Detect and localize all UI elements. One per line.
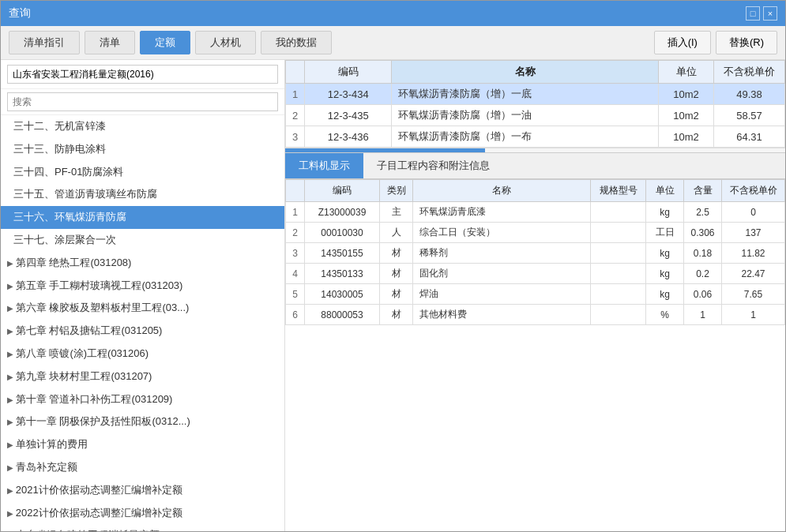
tab-qingdan-zhiyin[interactable]: 清单指引: [9, 31, 80, 54]
tree-item-ch6[interactable]: 第六章 橡胶板及塑料板村里工程(03...): [1, 297, 284, 320]
table-row[interactable]: 1 Z13000039 主 环氧煤沥青底漆 kg 2.5 0: [286, 202, 785, 223]
tree-area: 三十二、无机富锌漆 三十三、防静电涂料 三十四、PF-01防腐涂料 三十五、管道…: [1, 115, 284, 531]
tree-item-2021[interactable]: 2021计价依据动态调整汇编增补定额: [1, 479, 284, 502]
tree-item-36[interactable]: 三十六、环氧煤沥青防腐: [1, 206, 284, 229]
tree-item-ch10[interactable]: 第十章 管道补口补伤工程(031209): [1, 388, 284, 411]
col-num-header-b: [286, 180, 305, 202]
cell-price: 64.31: [714, 126, 785, 148]
col-price-header: 不含税单价: [714, 61, 785, 84]
tab-rencaiji[interactable]: 人材机: [195, 31, 256, 54]
col-name-header-b: 名称: [413, 180, 591, 202]
cell-name: 环氧煤沥青漆防腐（增）一油: [392, 105, 659, 126]
table-row[interactable]: 3 12-3-436 环氧煤沥青漆防腐（增）一布 10m2 64.31: [286, 126, 785, 148]
col-price-header-b: 不含税单价: [722, 180, 785, 202]
top-table-wrap: 编码 名称 单位 不含税单价 1 12-3-434 环氧煤沥青漆防腐（增）一底 …: [285, 60, 785, 148]
tree-item-34[interactable]: 三十四、PF-01防腐涂料: [1, 161, 284, 184]
tree-item-ch4[interactable]: 第四章 绝热工程(031208): [1, 252, 284, 275]
table-row[interactable]: 6 88000053 材 其他材料费 % 1 1: [286, 305, 785, 325]
tree-item-green[interactable]: 山东省绿色建筑工程消耗量定额: [1, 524, 284, 531]
cell-unit: 10m2: [659, 84, 714, 105]
bottom-table-wrap: 编码 类别 名称 规格型号 单位 含量 不含税单价 1 Z13000039: [285, 179, 785, 531]
cell-num: 3: [286, 126, 305, 148]
table-row[interactable]: 5 14030005 材 焊油 kg 0.06 7.65: [286, 284, 785, 305]
cell-price: 58.57: [714, 105, 785, 126]
col-type-header-b: 类别: [380, 180, 413, 202]
tree-item-ch7[interactable]: 第七章 村铝及搪钻工程(031205): [1, 320, 284, 343]
tab-dinge[interactable]: 定额: [140, 31, 190, 54]
main-content: 山东省安装工程消耗量定额(2016) 三十二、无机富锌漆 三十三、防静电涂料 三…: [1, 60, 785, 531]
cell-num: 1: [286, 84, 305, 105]
table-row[interactable]: 3 14350155 材 稀释剂 kg 0.18 11.82: [286, 243, 785, 264]
tab-zumu-info[interactable]: 子目工程内容和附注信息: [363, 153, 503, 178]
col-code-header: 编码: [305, 61, 392, 84]
tree-item-35[interactable]: 三十五、管道沥青玻璃丝布防腐: [1, 183, 284, 206]
tab-gongliaoji[interactable]: 工料机显示: [285, 153, 363, 178]
replace-button[interactable]: 替换(R): [716, 31, 777, 54]
bottom-tabs: 工料机显示 子目工程内容和附注信息: [285, 153, 785, 179]
search-row: [1, 89, 284, 115]
title-controls: □ ×: [746, 6, 777, 21]
col-code-header-b: 编码: [305, 180, 380, 202]
cell-unit: 10m2: [659, 105, 714, 126]
cell-code: 12-3-436: [305, 126, 392, 148]
close-button[interactable]: ×: [763, 6, 777, 21]
cell-code: 12-3-435: [305, 105, 392, 126]
tree-item-37[interactable]: 三十七、涂层聚合一次: [1, 229, 284, 252]
window-title: 查询: [9, 6, 31, 21]
col-spec-header-b: 规格型号: [591, 180, 646, 202]
tree-item-33[interactable]: 三十三、防静电涂料: [1, 138, 284, 161]
insert-button[interactable]: 插入(I): [654, 31, 711, 54]
cell-price: 49.38: [714, 84, 785, 105]
col-num-header: [286, 61, 305, 84]
col-unit-header-b: 单位: [646, 180, 684, 202]
tab-qingdan[interactable]: 清单: [85, 31, 135, 54]
left-panel: 山东省安装工程消耗量定额(2016) 三十二、无机富锌漆 三十三、防静电涂料 三…: [1, 60, 285, 531]
tree-item-standalone[interactable]: 单独计算的费用: [1, 433, 284, 456]
table-row[interactable]: 2 12-3-435 环氧煤沥青漆防腐（增）一油 10m2 58.57: [286, 105, 785, 126]
quota-dropdown[interactable]: 山东省安装工程消耗量定额(2016): [7, 65, 278, 84]
table-row[interactable]: 1 12-3-434 环氧煤沥青漆防腐（增）一底 10m2 49.38: [286, 84, 785, 105]
minimize-button[interactable]: □: [746, 6, 760, 21]
tree-item-2022[interactable]: 2022计价依据动态调整汇编增补定额: [1, 502, 284, 525]
dropdown-row: 山东省安装工程消耗量定额(2016): [1, 60, 284, 89]
tree-item-ch8[interactable]: 第八章 喷镀(涂)工程(031206): [1, 343, 284, 365]
cell-code: 12-3-434: [305, 84, 392, 105]
cell-unit: 10m2: [659, 126, 714, 148]
right-panel: 编码 名称 单位 不含税单价 1 12-3-434 环氧煤沥青漆防腐（增）一底 …: [285, 60, 785, 531]
top-table: 编码 名称 单位 不含税单价 1 12-3-434 环氧煤沥青漆防腐（增）一底 …: [285, 60, 785, 148]
cell-name: 环氧煤沥青漆防腐（增）一布: [392, 126, 659, 148]
col-unit-header: 单位: [659, 61, 714, 84]
cell-num: 2: [286, 105, 305, 126]
cell-name: 环氧煤沥青漆防腐（增）一底: [392, 84, 659, 105]
bottom-table: 编码 类别 名称 规格型号 单位 含量 不含税单价 1 Z13000039: [285, 179, 785, 325]
tab-wode-shuju[interactable]: 我的数据: [261, 31, 332, 54]
toolbar: 清单指引 清单 定额 人材机 我的数据 插入(I) 替换(R): [1, 26, 785, 60]
tree-item-32[interactable]: 三十二、无机富锌漆: [1, 115, 284, 138]
title-bar: 查询 □ ×: [1, 1, 785, 26]
col-name-header: 名称: [392, 61, 659, 84]
col-qty-header-b: 含量: [684, 180, 722, 202]
tree-item-ch9[interactable]: 第九章 块材村里工程(031207): [1, 365, 284, 388]
table-row[interactable]: 4 14350133 材 固化剂 kg 0.2 22.47: [286, 264, 785, 284]
tree-item-ch11[interactable]: 第十一章 阴极保护及括性阳板(0312...): [1, 410, 284, 433]
search-input[interactable]: [7, 92, 278, 111]
table-row[interactable]: 2 00010030 人 综合工日（安装） 工日 0.306 137: [286, 223, 785, 243]
tree-item-ch5[interactable]: 第五章 手工糊村玻璃视工程(031203): [1, 275, 284, 298]
tree-item-qingdao[interactable]: 青岛补充定额: [1, 456, 284, 479]
main-window: 查询 □ × 清单指引 清单 定额 人材机 我的数据 插入(I) 替换(R) 山…: [0, 0, 786, 532]
